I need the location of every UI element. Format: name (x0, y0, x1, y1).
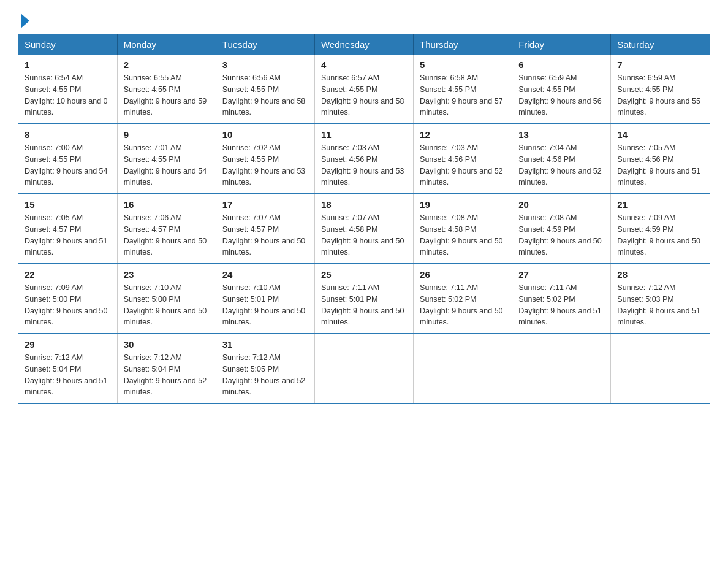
day-info: Sunrise: 6:56 AMSunset: 4:55 PMDaylight:… (222, 72, 308, 118)
day-number: 20 (518, 199, 604, 210)
day-number: 13 (518, 129, 604, 140)
calendar-cell: 10Sunrise: 7:02 AMSunset: 4:55 PMDayligh… (216, 124, 314, 194)
day-number: 3 (222, 59, 308, 70)
column-header-tuesday: Tuesday (216, 34, 314, 55)
day-info: Sunrise: 7:08 AMSunset: 4:58 PMDaylight:… (420, 212, 506, 258)
calendar-cell: 9Sunrise: 7:01 AMSunset: 4:55 PMDaylight… (117, 124, 216, 194)
calendar-cell: 25Sunrise: 7:11 AMSunset: 5:01 PMDayligh… (314, 264, 413, 334)
calendar-week-row: 15Sunrise: 7:05 AMSunset: 4:57 PMDayligh… (18, 194, 710, 264)
day-number: 29 (25, 339, 111, 350)
calendar-cell: 26Sunrise: 7:11 AMSunset: 5:02 PMDayligh… (414, 264, 512, 334)
column-header-monday: Monday (117, 34, 216, 55)
day-number: 7 (617, 59, 703, 70)
day-number: 21 (617, 199, 703, 210)
calendar-week-row: 8Sunrise: 7:00 AMSunset: 4:55 PMDaylight… (18, 124, 710, 194)
day-number: 14 (617, 129, 703, 140)
day-number: 17 (222, 199, 308, 210)
calendar-cell: 6Sunrise: 6:59 AMSunset: 4:55 PMDaylight… (512, 55, 611, 124)
day-number: 26 (420, 269, 506, 280)
day-info: Sunrise: 7:12 AMSunset: 5:03 PMDaylight:… (617, 282, 703, 328)
calendar-cell: 5Sunrise: 6:58 AMSunset: 4:55 PMDaylight… (414, 55, 512, 124)
day-number: 10 (222, 129, 308, 140)
calendar-cell (611, 334, 710, 404)
calendar-cell: 29Sunrise: 7:12 AMSunset: 5:04 PMDayligh… (18, 334, 117, 404)
day-info: Sunrise: 7:12 AMSunset: 5:05 PMDaylight:… (222, 352, 308, 398)
day-info: Sunrise: 7:08 AMSunset: 4:59 PMDaylight:… (518, 212, 604, 258)
day-info: Sunrise: 7:07 AMSunset: 4:57 PMDaylight:… (222, 212, 308, 258)
calendar-cell: 18Sunrise: 7:07 AMSunset: 4:58 PMDayligh… (314, 194, 413, 264)
day-info: Sunrise: 7:03 AMSunset: 4:56 PMDaylight:… (420, 142, 506, 188)
calendar-cell: 27Sunrise: 7:11 AMSunset: 5:02 PMDayligh… (512, 264, 611, 334)
calendar-cell (314, 334, 413, 404)
calendar-cell: 3Sunrise: 6:56 AMSunset: 4:55 PMDaylight… (216, 55, 314, 124)
logo-arrow-icon (21, 13, 29, 28)
day-info: Sunrise: 6:55 AMSunset: 4:55 PMDaylight:… (124, 72, 210, 118)
calendar-cell (512, 334, 611, 404)
day-number: 8 (25, 129, 111, 140)
day-number: 25 (321, 269, 407, 280)
day-number: 2 (124, 59, 210, 70)
calendar-cell: 1Sunrise: 6:54 AMSunset: 4:55 PMDaylight… (18, 55, 117, 124)
day-number: 16 (124, 199, 210, 210)
day-info: Sunrise: 7:04 AMSunset: 4:56 PMDaylight:… (518, 142, 604, 188)
calendar-week-row: 22Sunrise: 7:09 AMSunset: 5:00 PMDayligh… (18, 264, 710, 334)
calendar-cell: 2Sunrise: 6:55 AMSunset: 4:55 PMDaylight… (117, 55, 216, 124)
day-info: Sunrise: 7:09 AMSunset: 5:00 PMDaylight:… (25, 282, 111, 328)
day-number: 4 (321, 59, 407, 70)
calendar-cell: 12Sunrise: 7:03 AMSunset: 4:56 PMDayligh… (414, 124, 512, 194)
page-header (18, 12, 710, 28)
calendar-cell: 23Sunrise: 7:10 AMSunset: 5:00 PMDayligh… (117, 264, 216, 334)
day-info: Sunrise: 7:01 AMSunset: 4:55 PMDaylight:… (124, 142, 210, 188)
calendar-cell: 20Sunrise: 7:08 AMSunset: 4:59 PMDayligh… (512, 194, 611, 264)
day-number: 30 (124, 339, 210, 350)
column-header-saturday: Saturday (611, 34, 710, 55)
day-info: Sunrise: 6:59 AMSunset: 4:55 PMDaylight:… (518, 72, 604, 118)
day-number: 19 (420, 199, 506, 210)
calendar-cell: 19Sunrise: 7:08 AMSunset: 4:58 PMDayligh… (414, 194, 512, 264)
day-info: Sunrise: 7:10 AMSunset: 5:00 PMDaylight:… (124, 282, 210, 328)
column-header-sunday: Sunday (18, 34, 117, 55)
calendar-week-row: 29Sunrise: 7:12 AMSunset: 5:04 PMDayligh… (18, 334, 710, 404)
day-info: Sunrise: 6:58 AMSunset: 4:55 PMDaylight:… (420, 72, 506, 118)
day-number: 23 (124, 269, 210, 280)
day-info: Sunrise: 7:07 AMSunset: 4:58 PMDaylight:… (321, 212, 407, 258)
day-number: 5 (420, 59, 506, 70)
day-number: 18 (321, 199, 407, 210)
day-info: Sunrise: 7:02 AMSunset: 4:55 PMDaylight:… (222, 142, 308, 188)
day-info: Sunrise: 7:06 AMSunset: 4:57 PMDaylight:… (124, 212, 210, 258)
calendar-cell: 24Sunrise: 7:10 AMSunset: 5:01 PMDayligh… (216, 264, 314, 334)
calendar-cell: 17Sunrise: 7:07 AMSunset: 4:57 PMDayligh… (216, 194, 314, 264)
calendar-cell: 14Sunrise: 7:05 AMSunset: 4:56 PMDayligh… (611, 124, 710, 194)
column-header-wednesday: Wednesday (314, 34, 413, 55)
logo (18, 12, 29, 28)
day-number: 11 (321, 129, 407, 140)
day-info: Sunrise: 6:59 AMSunset: 4:55 PMDaylight:… (617, 72, 703, 118)
column-header-friday: Friday (512, 34, 611, 55)
calendar-cell: 22Sunrise: 7:09 AMSunset: 5:00 PMDayligh… (18, 264, 117, 334)
column-header-thursday: Thursday (414, 34, 512, 55)
calendar-cell: 4Sunrise: 6:57 AMSunset: 4:55 PMDaylight… (314, 55, 413, 124)
day-number: 27 (518, 269, 604, 280)
day-info: Sunrise: 6:57 AMSunset: 4:55 PMDaylight:… (321, 72, 407, 118)
calendar-cell: 31Sunrise: 7:12 AMSunset: 5:05 PMDayligh… (216, 334, 314, 404)
day-info: Sunrise: 6:54 AMSunset: 4:55 PMDaylight:… (25, 72, 111, 118)
day-info: Sunrise: 7:03 AMSunset: 4:56 PMDaylight:… (321, 142, 407, 188)
day-number: 15 (25, 199, 111, 210)
day-number: 9 (124, 129, 210, 140)
day-number: 31 (222, 339, 308, 350)
day-info: Sunrise: 7:11 AMSunset: 5:02 PMDaylight:… (420, 282, 506, 328)
day-number: 12 (420, 129, 506, 140)
calendar-cell: 11Sunrise: 7:03 AMSunset: 4:56 PMDayligh… (314, 124, 413, 194)
day-info: Sunrise: 7:09 AMSunset: 4:59 PMDaylight:… (617, 212, 703, 258)
day-info: Sunrise: 7:12 AMSunset: 5:04 PMDaylight:… (25, 352, 111, 398)
day-number: 1 (25, 59, 111, 70)
day-number: 22 (25, 269, 111, 280)
calendar-cell: 8Sunrise: 7:00 AMSunset: 4:55 PMDaylight… (18, 124, 117, 194)
calendar-table: SundayMondayTuesdayWednesdayThursdayFrid… (18, 34, 710, 404)
calendar-week-row: 1Sunrise: 6:54 AMSunset: 4:55 PMDaylight… (18, 55, 710, 124)
day-info: Sunrise: 7:12 AMSunset: 5:04 PMDaylight:… (124, 352, 210, 398)
calendar-cell: 16Sunrise: 7:06 AMSunset: 4:57 PMDayligh… (117, 194, 216, 264)
calendar-cell: 7Sunrise: 6:59 AMSunset: 4:55 PMDaylight… (611, 55, 710, 124)
day-number: 28 (617, 269, 703, 280)
day-info: Sunrise: 7:11 AMSunset: 5:01 PMDaylight:… (321, 282, 407, 328)
